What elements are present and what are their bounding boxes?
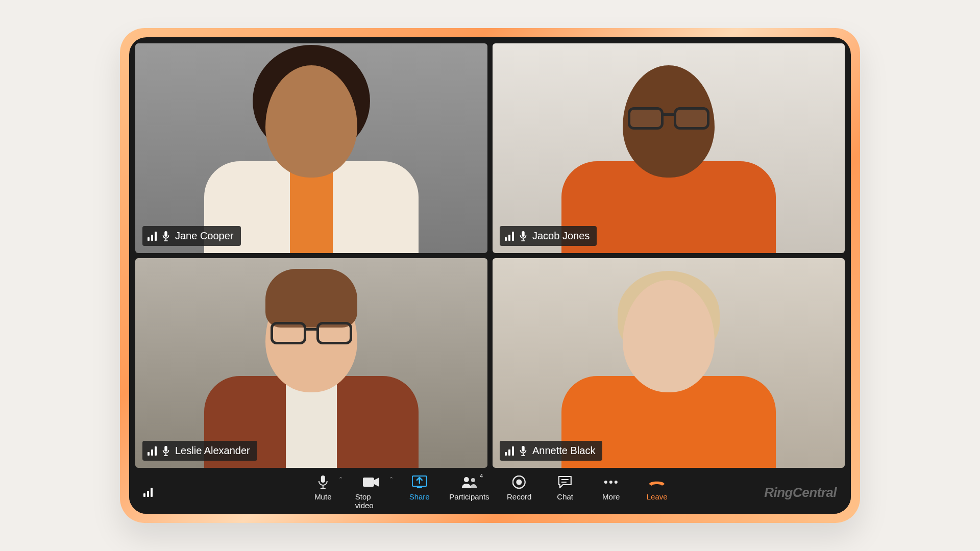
svg-marker-16 — [374, 478, 379, 487]
chat-button[interactable]: Chat — [551, 475, 579, 501]
signal-icon — [148, 232, 157, 241]
microphone-icon — [162, 231, 170, 241]
svg-point-26 — [609, 481, 612, 484]
svg-rect-0 — [164, 231, 167, 237]
svg-rect-14 — [321, 488, 326, 489]
svg-rect-10 — [523, 453, 524, 455]
signal-icon — [148, 446, 157, 456]
chevron-up-icon[interactable]: ⌃ — [338, 476, 343, 483]
brand-logo: RingCentral — [764, 485, 837, 500]
svg-rect-18 — [417, 487, 422, 488]
signal-icon — [505, 232, 514, 241]
button-label: Share — [409, 492, 430, 501]
connection-signal-icon[interactable] — [143, 488, 153, 497]
meeting-toolbar: ⌃ Mute ⌃ Stop video Share — [129, 471, 851, 514]
chevron-up-icon[interactable]: ⌃ — [389, 476, 394, 483]
leave-button[interactable]: Leave — [643, 475, 671, 501]
svg-point-20 — [471, 478, 475, 482]
participant-video — [135, 43, 487, 253]
stop-video-button[interactable]: ⌃ Stop video — [355, 475, 387, 510]
tablet-frame: Jane Cooper Jacob Jones — [120, 28, 860, 523]
svg-rect-5 — [521, 240, 525, 241]
hang-up-icon — [648, 478, 666, 487]
video-tile-leslie-alexander[interactable]: Leslie Alexander — [135, 258, 487, 468]
record-icon — [512, 475, 526, 489]
toolbar-center: ⌃ Mute ⌃ Stop video Share — [309, 475, 671, 510]
svg-rect-1 — [165, 238, 166, 240]
video-tile-jane-cooper[interactable]: Jane Cooper — [135, 43, 487, 253]
microphone-icon — [162, 446, 170, 456]
share-button[interactable]: Share — [406, 475, 433, 501]
participant-name-badge: Leslie Alexander — [142, 441, 257, 461]
participant-video — [493, 43, 845, 253]
svg-rect-12 — [321, 475, 325, 483]
more-dots-icon — [604, 480, 618, 484]
svg-point-19 — [463, 477, 469, 482]
svg-rect-4 — [523, 238, 524, 240]
video-grid: Jane Cooper Jacob Jones — [129, 37, 851, 471]
button-label: Chat — [557, 492, 573, 501]
button-label: Leave — [647, 492, 668, 501]
participant-name-badge: Annette Black — [500, 441, 602, 461]
participant-video — [135, 258, 487, 468]
svg-rect-13 — [323, 485, 324, 488]
svg-rect-3 — [522, 231, 524, 237]
svg-point-22 — [517, 480, 522, 485]
share-screen-icon — [412, 475, 427, 489]
chat-icon — [558, 475, 572, 489]
microphone-icon — [318, 475, 328, 489]
video-tile-annette-black[interactable]: Annette Black — [493, 258, 845, 468]
signal-icon — [505, 446, 514, 456]
more-button[interactable]: More — [597, 475, 625, 501]
participant-name-badge: Jane Cooper — [142, 226, 241, 246]
microphone-icon — [519, 231, 527, 241]
participant-video — [493, 258, 845, 468]
svg-rect-9 — [522, 446, 524, 452]
participant-name-badge: Jacob Jones — [500, 226, 597, 246]
svg-point-25 — [604, 481, 607, 484]
button-label: Mute — [314, 492, 331, 501]
participants-button[interactable]: 4 Participants — [452, 475, 487, 501]
button-label: Participants — [449, 492, 489, 501]
app-window: Jane Cooper Jacob Jones — [129, 37, 851, 514]
record-button[interactable]: Record — [505, 475, 533, 501]
participants-icon — [460, 476, 478, 488]
toolbar-left — [143, 488, 153, 497]
video-tile-jacob-jones[interactable]: Jacob Jones — [493, 43, 845, 253]
button-label: More — [602, 492, 620, 501]
mute-button[interactable]: ⌃ Mute — [309, 475, 337, 501]
participant-name: Annette Black — [532, 445, 595, 457]
svg-point-27 — [615, 481, 618, 484]
button-label: Record — [507, 492, 531, 501]
microphone-icon — [519, 446, 527, 456]
svg-rect-15 — [363, 478, 374, 487]
participant-name: Jane Cooper — [175, 230, 234, 242]
participants-count-badge: 4 — [480, 473, 483, 479]
svg-rect-11 — [521, 455, 525, 456]
video-camera-icon — [363, 477, 379, 488]
participant-name: Leslie Alexander — [175, 445, 250, 457]
svg-rect-2 — [164, 240, 167, 241]
participant-name: Jacob Jones — [532, 230, 590, 242]
svg-rect-6 — [164, 446, 167, 452]
svg-rect-8 — [164, 455, 167, 456]
button-label: Stop video — [355, 492, 387, 510]
svg-rect-7 — [165, 453, 166, 455]
